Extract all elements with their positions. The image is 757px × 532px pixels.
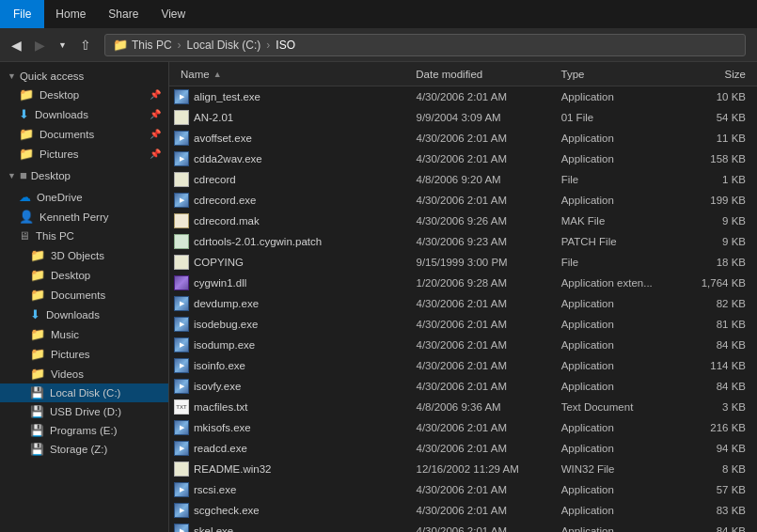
file-size: 158 KB	[681, 153, 753, 164]
col-size-header[interactable]: Size	[681, 69, 753, 80]
table-row[interactable]: ▶ skel.exe 4/30/2006 2:01 AM Application…	[169, 521, 757, 532]
table-row[interactable]: ▶ devdump.exe 4/30/2006 2:01 AM Applicat…	[169, 293, 757, 314]
file-type: Application	[554, 298, 681, 309]
sidebar-item-label: Documents	[51, 289, 105, 301]
sidebar-item-label: 3D Objects	[51, 250, 104, 261]
table-row[interactable]: cdrecord 4/8/2006 9:20 AM File 1 KB	[169, 169, 757, 190]
table-row[interactable]: ▶ mkisofs.exe 4/30/2006 2:01 AM Applicat…	[169, 417, 757, 438]
file-icon: ▶	[173, 481, 190, 498]
table-row[interactable]: ▶ align_test.exe 4/30/2006 2:01 AM Appli…	[169, 86, 757, 107]
file-size: 1,764 KB	[681, 277, 753, 289]
sidebar-item-programs[interactable]: 💾 Programs (E:)	[0, 421, 168, 440]
expand-arrow-dt: ▼	[8, 171, 16, 180]
col-date-header[interactable]: Date modified	[408, 69, 553, 80]
file-size: 54 KB	[681, 112, 753, 123]
quick-access-label: Quick access	[20, 70, 84, 82]
menu-share[interactable]: Share	[97, 0, 150, 28]
file-size: 57 KB	[681, 484, 753, 495]
sidebar-item-desktop-sub[interactable]: 📁 Desktop	[0, 265, 168, 285]
table-row[interactable]: AN-2.01 9/9/2004 3:09 AM 01 File 54 KB	[169, 107, 757, 128]
file-date: 4/30/2006 9:23 AM	[408, 236, 553, 247]
up-button[interactable]: ⇧	[74, 34, 97, 56]
desktop-section: ▼ ■ Desktop	[0, 165, 168, 185]
address-bar[interactable]: 📁 This PC › Local Disk (C:) › ISO	[104, 34, 746, 56]
table-row[interactable]: cygwin1.dll 1/20/2006 9:28 AM Applicatio…	[169, 273, 757, 293]
sidebar-item-usb-drive[interactable]: 💾 USB Drive (D:)	[0, 402, 168, 421]
file-size: 84 KB	[681, 525, 753, 532]
file-list: ▶ align_test.exe 4/30/2006 2:01 AM Appli…	[169, 86, 757, 532]
addr-local-disk[interactable]: Local Disk (C:)	[187, 39, 261, 52]
file-date: 4/30/2006 2:01 AM	[408, 443, 553, 454]
col-name-header[interactable]: Name ▲	[173, 69, 408, 80]
drive-icon: 💾	[30, 386, 44, 399]
file-icon	[173, 254, 190, 271]
file-size: 84 KB	[681, 339, 753, 351]
sidebar-item-music[interactable]: 📁 Music	[0, 324, 168, 344]
toolbar: ◀ ▶ ▼ ⇧ 📁 This PC › Local Disk (C:) › IS…	[0, 28, 757, 62]
sidebar-item-documents-qa[interactable]: 📁 Documents 📌	[0, 124, 168, 144]
table-row[interactable]: ▶ avoffset.exe 4/30/2006 2:01 AM Applica…	[169, 128, 757, 149]
sidebar-item-pictures-sub[interactable]: 📁 Pictures	[0, 344, 168, 364]
table-row[interactable]: ▶ readcd.exe 4/30/2006 2:01 AM Applicati…	[169, 438, 757, 459]
file-date: 4/30/2006 2:01 AM	[408, 525, 553, 532]
file-name: cdrecord	[190, 174, 408, 185]
file-size: 18 KB	[681, 257, 753, 268]
quick-access-header[interactable]: ▼ Quick access	[0, 68, 168, 85]
sidebar-item-local-disk[interactable]: 💾 Local Disk (C:)	[0, 383, 168, 402]
addr-sep-2: ›	[266, 39, 270, 52]
table-row[interactable]: TXT macfiles.txt 4/8/2006 9:36 AM Text D…	[169, 397, 757, 417]
file-size: 94 KB	[681, 443, 753, 454]
table-row[interactable]: ▶ isovfy.exe 4/30/2006 2:01 AM Applicati…	[169, 376, 757, 397]
menu-view[interactable]: View	[150, 0, 197, 28]
history-dropdown-button[interactable]: ▼	[53, 37, 72, 54]
table-row[interactable]: README.win32 12/16/2002 11:29 AM WIN32 F…	[169, 459, 757, 479]
file-icon	[173, 212, 190, 229]
sidebar-item-documents-sub[interactable]: 📁 Documents	[0, 285, 168, 305]
table-row[interactable]: ▶ isodebug.exe 4/30/2006 2:01 AM Applica…	[169, 314, 757, 335]
table-row[interactable]: COPYING 9/15/1999 3:00 PM File 18 KB	[169, 252, 757, 273]
table-row[interactable]: ▶ scgcheck.exe 4/30/2006 2:01 AM Applica…	[169, 500, 757, 521]
col-name-label: Name	[181, 69, 210, 80]
table-row[interactable]: ▶ cdrecord.exe 4/30/2006 2:01 AM Applica…	[169, 190, 757, 211]
file-menu-button[interactable]: File	[0, 0, 44, 28]
file-type: File	[554, 174, 681, 185]
sidebar-item-3d-objects[interactable]: 📁 3D Objects	[0, 245, 168, 265]
sidebar-item-this-pc[interactable]: 🖥 This PC	[0, 227, 168, 245]
table-row[interactable]: ▶ cdda2wav.exe 4/30/2006 2:01 AM Applica…	[169, 149, 757, 169]
downloads-icon: ⬇	[19, 107, 29, 121]
addr-current: ISO	[276, 39, 295, 52]
file-type: Application	[554, 133, 681, 144]
addr-this-pc[interactable]: This PC	[132, 39, 172, 52]
file-icon: ▶	[173, 419, 190, 436]
col-type-header[interactable]: Type	[554, 69, 681, 80]
sidebar-item-downloads-sub[interactable]: ⬇ Downloads	[0, 305, 168, 324]
file-date: 4/30/2006 2:01 AM	[408, 505, 553, 516]
file-size: 1 KB	[681, 174, 753, 185]
table-row[interactable]: ▶ isoinfo.exe 4/30/2006 2:01 AM Applicat…	[169, 355, 757, 376]
desktop-section-header[interactable]: ▼ ■ Desktop	[0, 165, 168, 185]
sidebar-item-videos[interactable]: 📁 Videos	[0, 364, 168, 383]
pin-icon: 📌	[150, 109, 161, 119]
table-row[interactable]: cdrtools-2.01.cygwin.patch 4/30/2006 9:2…	[169, 231, 757, 252]
back-button[interactable]: ◀	[6, 34, 27, 56]
table-row[interactable]: ▶ isodump.exe 4/30/2006 2:01 AM Applicat…	[169, 335, 757, 355]
sidebar-item-onedrive[interactable]: ☁ OneDrive	[0, 187, 168, 207]
menu-home[interactable]: Home	[44, 0, 97, 28]
addr-sep-1: ›	[178, 39, 181, 52]
sidebar-item-pictures-qa[interactable]: 📁 Pictures 📌	[0, 144, 168, 164]
file-type: Application	[554, 195, 681, 206]
file-name: cygwin1.dll	[190, 277, 408, 289]
sidebar-item-desktop[interactable]: 📁 Desktop 📌	[0, 85, 168, 104]
sidebar-item-storage[interactable]: 💾 Storage (Z:)	[0, 440, 168, 459]
folder-icon: 📁	[19, 147, 34, 161]
sidebar-item-downloads-qa[interactable]: ⬇ Downloads 📌	[0, 104, 168, 124]
file-icon: ▶	[173, 192, 190, 209]
sidebar-item-kenneth-perry[interactable]: 👤 Kenneth Perry	[0, 207, 168, 227]
file-size: 84 KB	[681, 381, 753, 392]
sidebar-item-label: Desktop	[51, 270, 90, 281]
forward-button[interactable]: ▶	[29, 34, 51, 56]
file-icon: ▶	[173, 502, 190, 519]
table-row[interactable]: cdrecord.mak 4/30/2006 9:26 AM MAK File …	[169, 211, 757, 231]
file-icon: ▶	[173, 440, 190, 457]
table-row[interactable]: ▶ rscsi.exe 4/30/2006 2:01 AM Applicatio…	[169, 479, 757, 500]
